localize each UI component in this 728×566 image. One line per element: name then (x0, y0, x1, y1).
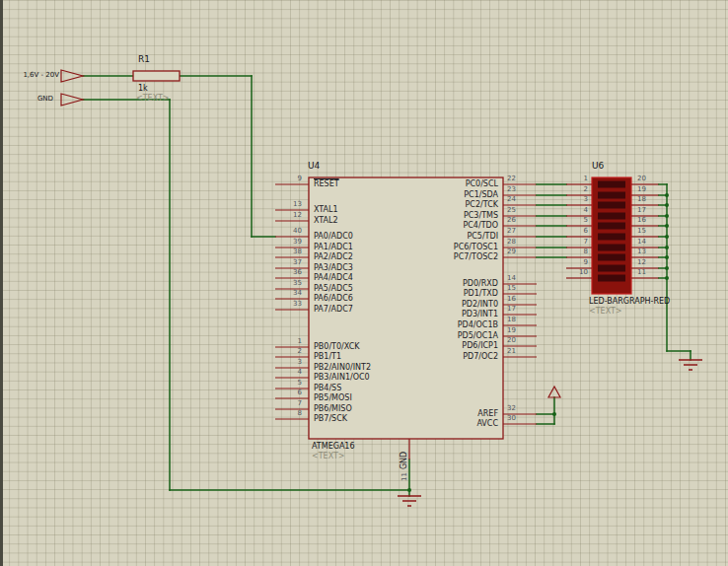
pin-name: PC3/TMS (395, 211, 498, 220)
pin-name: PA1/ADC1 (314, 243, 353, 251)
led-segment (598, 192, 625, 199)
pin-number: 8 (266, 409, 302, 417)
pin-number: 7 (266, 399, 302, 407)
pin-name: XTAL1 (314, 205, 338, 214)
input-terminal-arrow[interactable] (61, 70, 83, 82)
pin-number: 23 (507, 185, 516, 193)
pin-number: 13 (637, 248, 646, 255)
pin-number: 20 (507, 336, 516, 344)
resistor-text-placeholder: <TEXT> (136, 94, 170, 103)
pin-name: PB7/SCK (314, 414, 347, 423)
pin-number: 2 (558, 185, 588, 193)
junction-dot (407, 488, 411, 492)
pin-name: PA6/ADC6 (314, 294, 353, 303)
pin-number: 20 (637, 175, 646, 182)
pin-name: PB4/SS (314, 384, 341, 392)
pin-name: PA0/ADC0 (314, 232, 353, 241)
u6-ref: U6 (592, 161, 604, 171)
power-terminal-label: 1,6V - 20V (14, 71, 59, 79)
pin-name: PC6/TOSC1 (395, 243, 498, 251)
u4-bottom-pin-label: 11GND (392, 452, 410, 481)
pin-name: PB0/T0/XCK (314, 342, 360, 351)
pin-number: 3 (266, 358, 302, 366)
junction-dot (665, 224, 669, 228)
pin-number: 9 (558, 258, 588, 266)
pin-name: PC1/SDA (395, 190, 498, 199)
pin-number: 12 (637, 258, 646, 266)
pin-number: 6 (558, 227, 588, 235)
resistor-value: 1k (138, 84, 148, 93)
pin-number: 10 (558, 268, 588, 276)
u6-text-placeholder: <TEXT> (589, 307, 622, 316)
resistor-body[interactable] (133, 71, 180, 81)
pin-number: 18 (507, 316, 516, 323)
pin-number: 11 (400, 472, 408, 481)
led-segment (598, 181, 625, 188)
pin-number: 2 (266, 347, 302, 355)
pin-number: 3 (558, 195, 588, 203)
pin-name: PA3/ADC3 (314, 263, 353, 272)
pin-name: PC5/TDI (395, 232, 498, 241)
pin-name: PD2/INT0 (395, 300, 498, 309)
led-segment (598, 275, 625, 282)
pin-number: 33 (266, 300, 302, 308)
pin-number: 8 (558, 248, 588, 255)
schematic-drawing (0, 0, 728, 566)
pin-name: PA7/ADC7 (314, 305, 353, 314)
pin-number: 19 (637, 185, 646, 193)
junction-dot (665, 255, 669, 259)
power-terminal-arrow[interactable] (548, 387, 560, 397)
pin-name: PB5/MOSI (314, 393, 352, 402)
pin-name: PB1/T1 (314, 352, 341, 361)
junction-dot (665, 214, 669, 218)
pin-name: PC2/TCK (395, 200, 498, 209)
window-edge (0, 0, 3, 566)
u4-ref: U4 (308, 161, 320, 171)
pin-number: 37 (266, 258, 302, 266)
u6-part-name: LED-BARGRAPH-RED (589, 297, 670, 306)
led-segment (598, 223, 625, 230)
pin-name: AVCC (395, 419, 498, 428)
pin-number: 11 (637, 268, 646, 276)
pin-number: 15 (637, 227, 646, 235)
led-segment (598, 202, 625, 209)
led-segment (598, 234, 625, 241)
pin-number: 4 (266, 368, 302, 376)
pin-number: 1 (558, 175, 588, 182)
pin-number: 40 (266, 227, 302, 235)
ground-symbol[interactable] (398, 496, 421, 506)
pin-number: 39 (266, 238, 302, 246)
pin-number: 28 (507, 238, 516, 246)
pin-name: PD5/OC1A (395, 331, 498, 340)
junction-dot (665, 235, 669, 239)
pin-number: 24 (507, 195, 516, 203)
pin-name: PD1/TXD (395, 289, 498, 298)
pin-number: 35 (266, 279, 302, 287)
u4-part-name: ATMEGA16 (312, 442, 355, 451)
pin-number: 22 (507, 175, 516, 182)
pin-number: 12 (266, 211, 302, 219)
pin-number: 19 (507, 326, 516, 334)
pin-name: PD6/ICP1 (395, 341, 498, 350)
pin-number: 16 (507, 295, 516, 303)
junction-dot (552, 412, 556, 416)
junction-dot (665, 266, 669, 270)
u4-text-placeholder: <TEXT> (312, 452, 345, 460)
junction-dot (665, 246, 669, 249)
pin-name: PB6/MISO (314, 404, 352, 413)
pin-number: 4 (558, 206, 588, 214)
pin-name: PD3/INT1 (395, 310, 498, 318)
pin-name: PB2/AIN0/INT2 (314, 363, 371, 372)
pin-number: 5 (558, 216, 588, 224)
pin-name: PD7/OC2 (395, 352, 498, 361)
pin-number: 14 (637, 238, 646, 246)
pin-name: PC4/TDO (395, 221, 498, 230)
gnd-terminal-arrow[interactable] (61, 94, 83, 106)
pin-name: RESET (314, 179, 339, 188)
pin-number: 16 (637, 216, 646, 224)
pin-number: 30 (507, 414, 516, 422)
pin-number: 9 (266, 175, 302, 182)
pin-name: PA2/ADC2 (314, 252, 353, 261)
ground-symbol[interactable] (679, 360, 702, 370)
led-segment (598, 265, 625, 272)
